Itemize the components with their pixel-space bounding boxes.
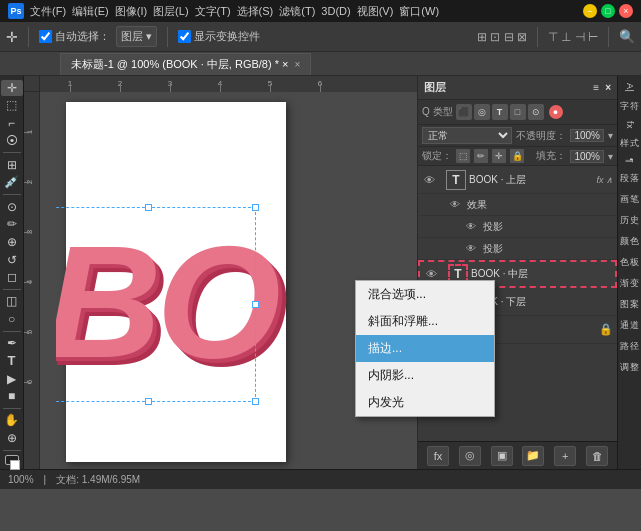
eraser-tool[interactable]: ◻ xyxy=(1,269,23,285)
panel-collapse-icon[interactable]: × xyxy=(605,82,611,93)
foreground-color[interactable] xyxy=(5,455,19,466)
far-right-panel: A| 字符 fx 样式 ¶ 段落 画笔 历史 颜色 色板 渐变 图案 通道 路径… xyxy=(617,76,641,469)
panel-menu-icon[interactable]: ≡ xyxy=(593,82,599,93)
far-right-gradient[interactable]: 渐变 xyxy=(619,274,641,293)
auto-select-input[interactable] xyxy=(39,30,52,43)
far-right-paragraph[interactable]: ¶ xyxy=(619,155,641,166)
type-tool[interactable]: T xyxy=(1,353,23,369)
spot-heal-tool[interactable]: ⊙ xyxy=(1,199,23,215)
marquee-tool[interactable]: ⬚ xyxy=(1,98,23,114)
maximize-button[interactable]: □ xyxy=(601,4,615,18)
far-right-adjustments[interactable]: 调整 xyxy=(619,358,641,377)
menu-layer[interactable]: 图层(L) xyxy=(153,4,188,19)
show-transform-checkbox[interactable]: 显示变换控件 xyxy=(178,29,260,44)
pen-tool[interactable]: ✒ xyxy=(1,336,23,352)
tab-close-button[interactable]: × xyxy=(294,59,300,70)
crop-tool[interactable]: ⊞ xyxy=(1,157,23,173)
minimize-button[interactable]: − xyxy=(583,4,597,18)
delete-layer-button[interactable]: 🗑 xyxy=(586,446,608,466)
gradient-tool[interactable]: ◫ xyxy=(1,294,23,310)
far-right-pattern[interactable]: 图案 xyxy=(619,295,641,314)
handle-br[interactable] xyxy=(252,398,259,405)
menu-3d[interactable]: 3D(D) xyxy=(321,5,350,17)
effect-shadow-2[interactable]: 👁 投影 xyxy=(418,238,617,260)
menu-select[interactable]: 选择(S) xyxy=(237,4,274,19)
lock-transparent-btn[interactable]: ⬚ xyxy=(456,149,470,163)
far-right-channels[interactable]: 通道 xyxy=(619,316,641,335)
context-menu-inner-shadow[interactable]: 内阴影... xyxy=(356,362,494,389)
fill-value[interactable]: 100% xyxy=(570,150,604,163)
effect-shadow-1[interactable]: 👁 投影 xyxy=(418,216,617,238)
filter-text-icon[interactable]: T xyxy=(492,104,508,120)
far-right-fx[interactable]: fx xyxy=(619,118,641,132)
eyedropper-tool[interactable]: 💉 xyxy=(1,175,23,191)
far-right-para-label[interactable]: 段落 xyxy=(619,169,641,188)
layer-fx-top[interactable]: fx ∧ xyxy=(596,175,613,185)
far-right-swatch[interactable]: 色板 xyxy=(619,253,641,272)
show-transform-input[interactable] xyxy=(178,30,191,43)
far-right-history[interactable]: 历史 xyxy=(619,211,641,230)
shape-tool[interactable]: ■ xyxy=(1,388,23,404)
quick-select-tool[interactable]: ⦿ xyxy=(1,133,23,149)
handle-bc[interactable] xyxy=(145,398,152,405)
lock-position-btn[interactable]: ✛ xyxy=(492,149,506,163)
fx-button[interactable]: fx xyxy=(427,446,449,466)
menu-image[interactable]: 图像(I) xyxy=(115,4,147,19)
eye-top[interactable]: 👁 xyxy=(422,173,436,187)
lasso-tool[interactable]: ⌐ xyxy=(1,115,23,131)
zoom-tool[interactable]: ⊕ xyxy=(1,430,23,446)
far-right-character[interactable]: A| xyxy=(619,80,641,95)
layer-item-top[interactable]: 👁 T BOOK · 上层 fx ∧ xyxy=(418,166,617,194)
far-right-color[interactable]: 颜色 xyxy=(619,232,641,251)
filter-pixel-icon[interactable]: ⬛ xyxy=(456,104,472,120)
menu-file[interactable]: 文件(F) xyxy=(30,4,66,19)
search-icon[interactable]: 🔍 xyxy=(619,29,635,44)
lock-pixels-btn[interactable]: ✏ xyxy=(474,149,488,163)
lock-all-btn[interactable]: 🔒 xyxy=(510,149,524,163)
vtick-4 xyxy=(24,282,32,283)
context-menu-inner-glow[interactable]: 内发光 xyxy=(356,389,494,416)
move-tool[interactable]: ✛ xyxy=(1,80,23,96)
menu-text[interactable]: 文字(T) xyxy=(195,4,231,19)
adjustment-button[interactable]: ◎ xyxy=(459,446,481,466)
menu-edit[interactable]: 编辑(E) xyxy=(72,4,109,19)
far-right-brush[interactable]: 画笔 xyxy=(619,190,641,209)
blend-mode-select[interactable]: 正常 xyxy=(422,127,512,144)
menu-window[interactable]: 窗口(W) xyxy=(399,4,439,19)
far-right-styles-label[interactable]: 样式 xyxy=(619,134,641,153)
close-button[interactable]: × xyxy=(619,4,633,18)
new-layer-button[interactable]: + xyxy=(554,446,576,466)
dodge-tool[interactable]: ○ xyxy=(1,311,23,327)
handle-tc[interactable] xyxy=(145,204,152,211)
context-menu: 混合选项... 斜面和浮雕... 描边... 内阴影... 内发光 xyxy=(355,280,495,417)
layer-select[interactable]: 图层 ▾ xyxy=(116,26,157,47)
far-right-char-label[interactable]: 字符 xyxy=(619,97,641,116)
clone-stamp-tool[interactable]: ⊕ xyxy=(1,234,23,250)
brush-tool[interactable]: ✏ xyxy=(1,217,23,233)
menu-filter[interactable]: 滤镜(T) xyxy=(279,4,315,19)
group-button[interactable]: 📁 xyxy=(522,446,544,466)
history-brush-tool[interactable]: ↺ xyxy=(1,252,23,268)
auto-select-checkbox[interactable]: 自动选择： xyxy=(39,29,110,44)
eye-middle[interactable]: 👁 xyxy=(424,267,438,281)
document-tab[interactable]: 未标题-1 @ 100% (BOOK · 中层, RGB/8) * × × xyxy=(60,53,311,75)
effect-group-item[interactable]: 👁 效果 xyxy=(418,194,617,216)
path-select-tool[interactable]: ▶ xyxy=(1,371,23,387)
context-menu-stroke[interactable]: 描边... xyxy=(356,335,494,362)
filter-adjust-icon[interactable]: ◎ xyxy=(474,104,490,120)
separator-4 xyxy=(3,331,21,332)
thumb-top: T xyxy=(446,170,466,190)
filter-toggle[interactable]: ● xyxy=(549,105,563,119)
filter-smart-icon[interactable]: ⊙ xyxy=(528,104,544,120)
menu-view[interactable]: 视图(V) xyxy=(357,4,394,19)
hand-tool[interactable]: ✋ xyxy=(1,413,23,429)
far-right-paths[interactable]: 路径 xyxy=(619,337,641,356)
handle-tr[interactable] xyxy=(252,204,259,211)
opacity-value[interactable]: 100% xyxy=(570,129,604,142)
background-color[interactable] xyxy=(10,460,20,470)
filter-shape-icon[interactable]: □ xyxy=(510,104,526,120)
context-menu-bevel[interactable]: 斜面和浮雕... xyxy=(356,308,494,335)
context-menu-blend-options[interactable]: 混合选项... xyxy=(356,281,494,308)
mask-button[interactable]: ▣ xyxy=(491,446,513,466)
align-icons-2: ⊤ ⊥ ⊣ ⊢ xyxy=(548,30,598,44)
